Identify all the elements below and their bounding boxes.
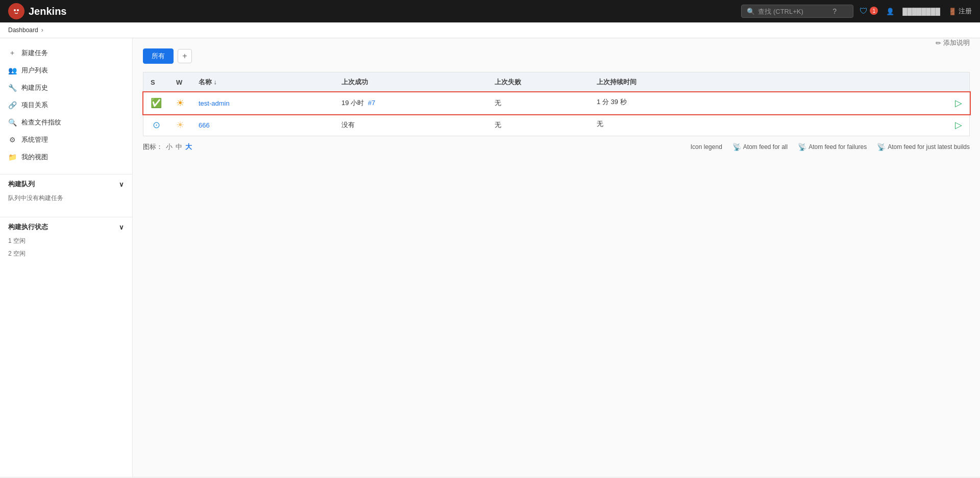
register-label: 注册 [959, 7, 972, 16]
last-success-time-2: 没有 [341, 121, 355, 129]
breadcrumb-dashboard[interactable]: Dashboard [8, 27, 38, 34]
feed-failures-icon: 📡 [798, 143, 806, 151]
feed-all-label: Atom feed for all [743, 143, 788, 150]
svg-point-0 [11, 6, 21, 16]
user-avatar-icon[interactable]: 👤 [886, 8, 894, 15]
build-queue-empty: 队列中没有构建任务 [8, 194, 63, 202]
sidebar-item-user-list[interactable]: 👥 用户列表 [0, 62, 132, 79]
search-input[interactable] [758, 8, 829, 15]
size-small[interactable]: 小 [166, 142, 173, 152]
status-icon-ok: ✅ [151, 98, 162, 108]
user-list-icon: 👥 [8, 66, 16, 74]
last-fail-2: 无 [495, 121, 501, 129]
jenkins-logo-icon [8, 3, 24, 19]
status-icon-pending: ⊙ [153, 120, 160, 130]
build-execution-section: 构建执行状态 ∨ 1 空闲 2 空闲 [0, 217, 132, 264]
table-row: ⊙ ☀ 666 没有 无 [143, 114, 970, 136]
weather-cell-2: ☀ [169, 114, 191, 136]
sidebar-item-sys-manage[interactable]: ⚙ 系统管理 [0, 131, 132, 148]
new-task-icon: ＋ [8, 48, 16, 58]
last-success-cell-1: 19 小时 #7 [334, 92, 487, 114]
weather-icon-1: ☀ [176, 98, 184, 108]
main-layout: ＋ 新建任务 👥 用户列表 🔧 构建历史 🔗 项目关系 🔍 检查文件指纹 ⚙ 系… [0, 38, 980, 477]
job-name-cell-1: test-admin [191, 92, 334, 114]
sidebar: ＋ 新建任务 👥 用户列表 🔧 构建历史 🔗 项目关系 🔍 检查文件指纹 ⚙ 系… [0, 38, 133, 477]
logo[interactable]: Jenkins [8, 3, 66, 19]
col-header-last-fail: 上次失败 [487, 72, 590, 92]
svg-point-2 [17, 9, 19, 11]
duration-2: 无 [597, 120, 603, 128]
table-body: ✅ ☀ test-admin 19 小时 #7 无 [143, 92, 970, 136]
breadcrumb: Dashboard › [0, 22, 980, 38]
col-header-last-success: 上次成功 [334, 72, 487, 92]
sidebar-label-new-task: 新建任务 [21, 48, 48, 58]
security-badge: 1 [870, 7, 878, 15]
build-execution-item-2: 2 空闲 [8, 247, 124, 260]
feed-failures-link[interactable]: 📡 Atom feed for failures [798, 143, 867, 151]
build-execution-chevron: ∨ [119, 223, 124, 231]
run-button-1[interactable]: ▷ [955, 97, 962, 109]
feed-all-icon: 📡 [732, 143, 741, 151]
last-fail-cell-1: 无 [487, 92, 590, 114]
last-duration-cell-2: 无 ▷ [590, 114, 970, 136]
search-box[interactable]: 🔍 ? [741, 5, 853, 18]
jobs-table: S W 名称 ↓ 上次成功 上次失败 上次持续时间 ✅ [143, 72, 970, 136]
sidebar-item-my-view[interactable]: 📁 我的视图 [0, 148, 132, 166]
icon-size-label: 图标： [143, 142, 163, 152]
my-view-icon: 📁 [8, 153, 16, 161]
sidebar-item-build-history[interactable]: 🔧 构建历史 [0, 79, 132, 96]
project-relation-icon: 🔗 [8, 101, 16, 109]
feed-latest-link[interactable]: 📡 Atom feed for just latest builds [877, 143, 970, 151]
sidebar-item-project-relation[interactable]: 🔗 项目关系 [0, 96, 132, 114]
job-link-666[interactable]: 666 [199, 121, 210, 129]
sys-manage-icon: ⚙ [8, 136, 16, 144]
sidebar-label-check-file: 检查文件指纹 [21, 118, 61, 127]
build-queue-chevron: ∨ [119, 181, 124, 188]
build-queue-title: 构建队列 [8, 180, 35, 189]
sidebar-item-new-task[interactable]: ＋ 新建任务 [0, 44, 132, 62]
register-button[interactable]: 🚪 注册 [948, 7, 972, 16]
build-execution-header[interactable]: 构建执行状态 ∨ [8, 217, 124, 235]
last-success-time-1: 19 小时 [341, 99, 364, 107]
table-footer: 图标： 小 中 大 Icon legend 📡 Atom feed for al… [143, 142, 970, 152]
header: Jenkins 🔍 ? 🛡 1 👤 ████████ 🚪 注册 [0, 0, 980, 22]
logo-text: Jenkins [29, 6, 66, 17]
svg-point-1 [14, 9, 16, 11]
col-header-last-duration: 上次持续时间 [590, 72, 970, 92]
tab-all[interactable]: 所有 [143, 48, 174, 64]
last-fail-1: 无 [495, 99, 501, 107]
job-name-cell-2: 666 [191, 114, 334, 136]
icon-legend-link[interactable]: Icon legend [691, 143, 722, 150]
check-file-icon: 🔍 [8, 118, 16, 127]
register-icon: 🚪 [948, 8, 957, 15]
security-icon-group[interactable]: 🛡 1 [860, 7, 878, 16]
sidebar-label-my-view: 我的视图 [21, 153, 48, 162]
build-execution-item-1: 1 空闲 [8, 235, 124, 247]
search-icon: 🔍 [747, 8, 755, 15]
username-label: ████████ [902, 8, 940, 15]
col-header-name[interactable]: 名称 ↓ [191, 72, 334, 92]
sidebar-item-check-file[interactable]: 🔍 检查文件指纹 [0, 114, 132, 131]
size-large[interactable]: 大 [185, 142, 192, 152]
add-view-button[interactable]: ✏ 添加说明 [936, 38, 970, 47]
shield-icon: 🛡 [860, 7, 868, 16]
table-header-row: S W 名称 ↓ 上次成功 上次失败 上次持续时间 [143, 72, 970, 92]
jobs-table-wrapper: S W 名称 ↓ 上次成功 上次失败 上次持续时间 ✅ [143, 72, 970, 136]
sidebar-label-sys-manage: 系统管理 [21, 135, 48, 144]
job-link-test-admin[interactable]: test-admin [199, 99, 230, 107]
build-execution-title: 构建执行状态 [8, 222, 48, 232]
weather-cell-1: ☀ [169, 92, 191, 114]
build-link-1[interactable]: #7 [368, 99, 375, 107]
main-content: ✏ 添加说明 所有 + S W 名称 ↓ 上次成功 上次失败 上次持续时间 [133, 38, 980, 477]
tab-add-button[interactable]: + [178, 49, 192, 63]
build-history-icon: 🔧 [8, 84, 16, 92]
col-header-w: W [169, 72, 191, 92]
size-medium[interactable]: 中 [176, 142, 182, 152]
feed-all-link[interactable]: 📡 Atom feed for all [732, 143, 788, 151]
build-queue-header[interactable]: 构建队列 ∨ [8, 174, 124, 192]
col-header-s: S [143, 72, 169, 92]
tab-bar: 所有 + [143, 48, 970, 64]
search-help-icon[interactable]: ? [832, 7, 837, 15]
run-button-2[interactable]: ▷ [955, 119, 962, 131]
build-queue-content: 队列中没有构建任务 [8, 192, 124, 205]
